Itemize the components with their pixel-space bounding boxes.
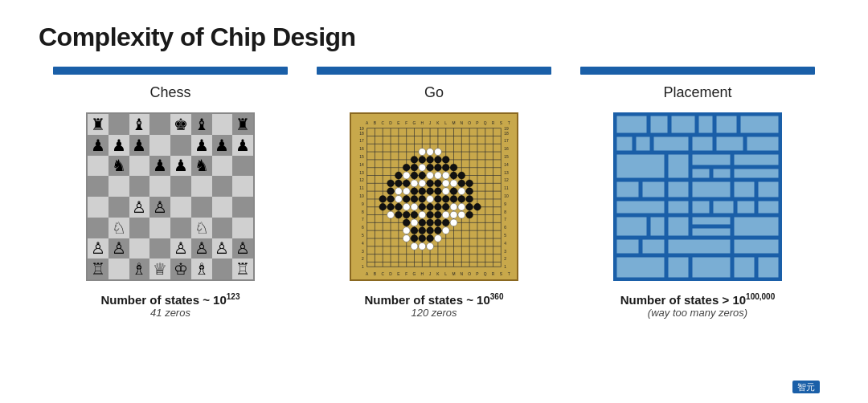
svg-point-128 [450, 172, 457, 179]
svg-point-156 [395, 203, 402, 210]
svg-rect-260 [668, 257, 689, 278]
chess-cell: ♜ [232, 114, 253, 135]
svg-rect-226 [653, 136, 689, 151]
svg-point-165 [411, 211, 418, 218]
svg-point-127 [419, 172, 426, 179]
svg-text:14: 14 [504, 163, 509, 167]
svg-rect-263 [758, 257, 779, 278]
svg-point-185 [403, 172, 410, 179]
svg-point-124 [450, 164, 457, 171]
chess-cell [170, 135, 191, 156]
chess-cell [149, 218, 170, 238]
svg-point-208 [411, 219, 418, 226]
chess-bar [53, 67, 288, 75]
svg-rect-239 [668, 181, 689, 197]
chess-cell: ♘ [108, 218, 129, 238]
chess-cell: ♟ [232, 135, 253, 156]
chess-cell: ♙ [108, 238, 129, 259]
chess-cell: ♜ [88, 114, 108, 135]
svg-text:H: H [421, 121, 424, 125]
svg-point-122 [434, 164, 441, 171]
chess-cell [88, 156, 108, 177]
svg-point-141 [434, 188, 441, 195]
svg-point-145 [387, 196, 395, 203]
svg-text:R: R [492, 121, 495, 125]
svg-text:11: 11 [504, 186, 509, 190]
svg-rect-220 [671, 116, 695, 133]
svg-text:D: D [389, 272, 392, 276]
svg-point-118 [442, 156, 449, 163]
svg-text:P: P [476, 272, 478, 276]
chess-cell [212, 156, 233, 177]
svg-text:7: 7 [362, 218, 364, 222]
svg-point-166 [427, 211, 434, 218]
svg-point-158 [427, 203, 434, 210]
svg-text:G: G [413, 121, 416, 125]
placement-svg [613, 112, 782, 281]
chess-cell [212, 114, 233, 135]
svg-point-190 [419, 180, 426, 187]
svg-rect-230 [616, 154, 665, 178]
svg-point-168 [466, 211, 473, 218]
svg-point-188 [442, 172, 449, 179]
placement-label: Placement [663, 84, 731, 101]
svg-text:15: 15 [504, 155, 509, 159]
svg-point-194 [403, 188, 410, 195]
svg-text:10: 10 [504, 194, 509, 198]
svg-point-123 [442, 164, 449, 171]
svg-point-154 [379, 203, 387, 210]
svg-point-201 [450, 203, 457, 210]
svg-point-189 [411, 180, 418, 187]
svg-point-181 [419, 149, 426, 156]
svg-point-167 [434, 211, 441, 218]
svg-text:18: 18 [504, 132, 509, 136]
svg-point-115 [419, 156, 426, 163]
svg-rect-261 [692, 257, 731, 278]
svg-point-147 [411, 196, 418, 203]
svg-rect-236 [734, 169, 779, 178]
svg-point-160 [442, 203, 449, 210]
svg-point-143 [466, 188, 473, 195]
svg-text:2: 2 [362, 257, 364, 261]
svg-rect-256 [642, 239, 665, 254]
svg-rect-255 [616, 239, 639, 254]
svg-text:6: 6 [362, 226, 364, 230]
svg-point-193 [395, 188, 402, 195]
svg-point-126 [411, 172, 418, 179]
go-board-svg: ABC DEF GHJ KLM NOP QRS T ABC DEF GHJ KL… [351, 114, 517, 279]
chess-cell [88, 176, 108, 197]
svg-text:1: 1 [504, 265, 506, 269]
svg-rect-250 [650, 217, 665, 236]
svg-text:Q: Q [484, 272, 487, 276]
svg-point-133 [427, 180, 434, 187]
svg-text:8: 8 [362, 210, 364, 214]
svg-text:3: 3 [504, 250, 506, 254]
placement-column: Placement [566, 67, 829, 319]
chess-zeros: 41 zeros [101, 307, 240, 319]
svg-point-191 [442, 180, 449, 187]
chess-cell: ♙ [232, 238, 253, 259]
svg-point-197 [395, 196, 402, 203]
svg-rect-219 [650, 116, 668, 133]
svg-text:17: 17 [504, 139, 509, 143]
svg-point-183 [434, 149, 441, 156]
go-states: Number of states ~ 10360 [365, 292, 504, 307]
svg-text:1: 1 [362, 265, 364, 269]
svg-point-135 [458, 180, 465, 187]
chess-cell: ♖ [88, 258, 108, 279]
chess-cell: ♙ [191, 238, 212, 259]
svg-rect-237 [616, 181, 639, 197]
chess-cell: ♟ [170, 156, 191, 177]
chess-cell: ♟ [191, 135, 212, 156]
svg-point-195 [442, 188, 449, 195]
svg-point-136 [466, 180, 473, 187]
chess-cell [212, 218, 233, 238]
chess-cell [149, 114, 170, 135]
svg-point-173 [442, 219, 449, 226]
svg-text:D: D [389, 121, 392, 125]
svg-point-164 [403, 211, 410, 218]
svg-point-176 [427, 227, 434, 234]
placement-stats: Number of states > 10100,000 (way too ma… [620, 292, 775, 319]
svg-text:9: 9 [362, 202, 364, 206]
svg-text:2: 2 [504, 257, 506, 261]
